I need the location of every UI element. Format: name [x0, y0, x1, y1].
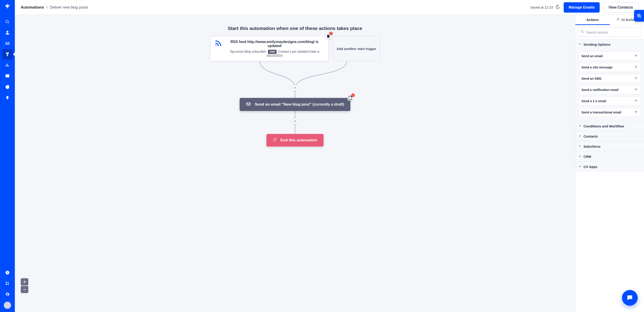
and-operator: AND: [268, 50, 276, 54]
breadcrumb-current: Deliver new blog posts: [50, 5, 88, 10]
action-send-email[interactable]: Send an email: [578, 52, 641, 61]
sparkle-icon: [616, 18, 620, 22]
chevron-right-icon: [578, 134, 582, 138]
send-email-node[interactable]: Send an email "New blog post" (currently…: [240, 98, 350, 111]
search-icon: [580, 30, 584, 35]
zoom-in-button[interactable]: +: [21, 278, 28, 285]
move-icon: [634, 65, 638, 70]
move-icon: [634, 99, 638, 103]
nav-upload[interactable]: [2, 92, 12, 103]
trigger-note-count: 2: [329, 32, 333, 35]
manage-emails-button[interactable]: Manage Emails: [564, 2, 600, 13]
chevron-right-icon: [578, 124, 582, 128]
search-actions-input[interactable]: [586, 30, 639, 34]
send-email-label: Send an email "New blog post" (currently…: [255, 102, 344, 107]
zoom-controls: + −: [21, 278, 28, 293]
left-nav-rail: [0, 0, 15, 312]
section-cx-apps[interactable]: CX Apps: [575, 162, 644, 172]
breadcrumb-root[interactable]: Automations: [21, 5, 44, 10]
trigger-conditions: Tag exists Blog subscriber AND Contact L…: [225, 50, 324, 57]
trigger-condition-pre: Tag exists Blog subscriber: [230, 50, 266, 53]
start-heading: Start this automation when one of these …: [228, 26, 362, 31]
move-icon: [634, 54, 638, 58]
connector-lines: [222, 61, 368, 88]
connector-line: [295, 91, 295, 98]
section-cx-label: CX Apps: [584, 165, 598, 169]
chevron-right-icon: [578, 165, 582, 169]
refresh-icon: [273, 138, 277, 143]
connector-line: [295, 111, 295, 118]
section-conditions-label: Conditions and Workflow: [584, 124, 624, 128]
search-actions-box[interactable]: [578, 28, 642, 37]
action-send-notification-email[interactable]: Send a notification email: [578, 85, 641, 94]
spotlight-button[interactable]: [634, 10, 644, 22]
nav-apps[interactable]: [2, 278, 12, 288]
email-note-badge[interactable]: 1: [348, 95, 353, 101]
action-item-label: Send a transactional email: [582, 111, 621, 114]
nav-contacts[interactable]: [2, 28, 12, 38]
section-crm[interactable]: CRM: [575, 152, 644, 161]
section-salesforce[interactable]: Salesforce: [575, 141, 644, 151]
save-status: Saved at 12:23: [530, 5, 560, 10]
start-trigger-card[interactable]: RSS feed http://www.emilymaydesigns.com/…: [210, 36, 328, 61]
rss-icon: [215, 40, 222, 47]
end-automation-node[interactable]: End this automation: [266, 134, 323, 147]
automation-canvas[interactable]: Start this automation when one of these …: [15, 15, 575, 312]
topbar: Automations / Deliver new blog posts Sav…: [15, 0, 644, 15]
section-sending-label: Sending Options: [584, 43, 610, 46]
nav-automations[interactable]: [2, 49, 12, 60]
section-contacts[interactable]: Contacts: [575, 131, 644, 141]
nav-settings[interactable]: [2, 289, 12, 299]
nav-site[interactable]: [2, 71, 12, 81]
add-start-trigger[interactable]: Add another start trigger: [333, 36, 380, 61]
chevron-right-icon: [578, 145, 582, 148]
actions-panel: Actions AI Builder Sending Options: [575, 15, 644, 312]
nav-reports[interactable]: [2, 60, 12, 70]
action-item-label: Send an SMS: [582, 77, 602, 80]
section-salesforce-label: Salesforce: [584, 145, 600, 148]
action-send-transactional-email[interactable]: Send a transactional email: [578, 108, 641, 117]
nav-analytics[interactable]: [2, 82, 12, 92]
view-contacts-button[interactable]: View Contacts: [603, 2, 638, 13]
chevron-down-icon: [578, 43, 582, 46]
action-item-label: Send an email: [582, 54, 602, 58]
nav-help[interactable]: [2, 267, 12, 278]
save-status-text: Saved at 12:23: [530, 6, 553, 9]
connector-line: [295, 124, 295, 134]
action-item-label: Send a site message: [582, 66, 612, 69]
move-icon: [634, 110, 638, 115]
mail-icon: [246, 102, 251, 108]
chevron-right-icon: [578, 155, 582, 158]
section-conditions-workflow[interactable]: Conditions and Workflow: [575, 121, 644, 131]
breadcrumb: Automations / Deliver new blog posts: [21, 5, 88, 10]
action-send-1-1-email[interactable]: Send a 1:1 email: [578, 97, 641, 106]
move-icon: [634, 77, 638, 81]
action-item-label: Send a 1:1 email: [582, 99, 606, 103]
email-note-count: 1: [351, 93, 355, 97]
action-send-sms[interactable]: Send an SMS: [578, 74, 641, 83]
trigger-title: RSS feed http://www.emilymaydesigns.com/…: [225, 40, 324, 48]
history-icon[interactable]: [555, 5, 560, 10]
sending-options-list: Send an email Send a site message Send a…: [575, 49, 644, 121]
add-action-node-1[interactable]: [292, 85, 298, 91]
tab-actions[interactable]: Actions: [575, 15, 610, 25]
nav-avatar[interactable]: [4, 302, 11, 309]
chat-button[interactable]: [622, 290, 638, 306]
action-send-site-message[interactable]: Send a site message: [578, 63, 641, 72]
trigger-note-badge[interactable]: 2: [326, 34, 331, 39]
nav-search[interactable]: [2, 17, 12, 27]
nav-campaigns[interactable]: [2, 38, 12, 49]
move-icon: [634, 88, 638, 92]
zoom-out-button[interactable]: −: [21, 286, 28, 293]
breadcrumb-sep: /: [46, 5, 48, 10]
app-logo[interactable]: [4, 2, 12, 10]
section-contacts-label: Contacts: [584, 134, 598, 138]
section-crm-label: CRM: [584, 155, 591, 158]
action-item-label: Send a notification email: [582, 88, 618, 92]
end-automation-label: End this automation: [280, 138, 317, 143]
add-action-node-2[interactable]: [292, 118, 298, 124]
section-sending-options[interactable]: Sending Options: [575, 39, 644, 49]
